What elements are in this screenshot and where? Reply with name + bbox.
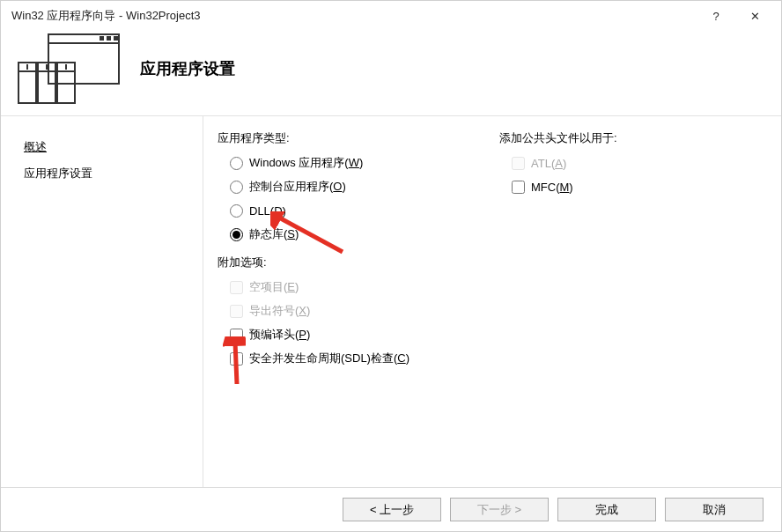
radio-console-app-row: 控制台应用程序(O)	[230, 177, 764, 196]
help-button[interactable]: ?	[697, 7, 735, 25]
extra-options-label: 附加选项:	[218, 255, 764, 270]
radio-windows-app[interactable]	[230, 157, 243, 170]
checkbox-pch-row: 预编译头(P)	[230, 325, 764, 344]
body: 概述 应用程序设置 应用程序类型: Windows 应用程序(W) 控制台应用程…	[1, 115, 781, 487]
checkbox-mfc-label: MFC(M)	[531, 181, 573, 194]
radio-console-app-label: 控制台应用程序(O)	[249, 179, 346, 195]
svg-rect-2	[100, 36, 104, 41]
page-title: 应用程序设置	[140, 58, 235, 79]
checkbox-pch[interactable]	[230, 329, 243, 342]
close-button[interactable]: ✕	[735, 7, 774, 25]
radio-static-lib-row: 静态库(S)	[230, 225, 764, 244]
checkbox-empty-project-label: 空项目(E)	[249, 279, 299, 295]
checkbox-sdl[interactable]	[230, 352, 243, 366]
settings-panel: 应用程序类型: Windows 应用程序(W) 控制台应用程序(O) DLL(D…	[203, 116, 781, 487]
common-headers-group: 添加公共头文件以用于: ATL(A) MFC(M)	[499, 130, 617, 201]
sidebar: 概述 应用程序设置	[1, 116, 203, 487]
sidebar-item-settings[interactable]: 应用程序设置	[24, 160, 188, 187]
checkbox-export-symbols-label: 导出符号(X)	[249, 303, 310, 319]
button-bar: < 上一步 下一步 > 完成 取消	[1, 487, 781, 531]
checkbox-atl-label: ATL(A)	[531, 157, 566, 170]
checkbox-pch-label: 预编译头(P)	[249, 327, 310, 343]
radio-windows-app-row: Windows 应用程序(W)	[230, 153, 764, 173]
header: 应用程序设置	[1, 31, 781, 115]
wizard-icon	[17, 33, 121, 105]
svg-rect-0	[48, 34, 119, 84]
radio-static-lib[interactable]	[230, 228, 243, 241]
radio-static-lib-label: 静态库(S)	[249, 226, 299, 242]
common-headers-label: 添加公共头文件以用于:	[499, 130, 617, 146]
sidebar-item-overview[interactable]: 概述	[24, 134, 188, 160]
checkbox-atl-row: ATL(A)	[512, 153, 617, 173]
window-title: Win32 应用程序向导 - Win32Project3	[11, 8, 697, 24]
titlebar: Win32 应用程序向导 - Win32Project3 ? ✕	[1, 1, 781, 31]
radio-console-app[interactable]	[230, 181, 243, 194]
cancel-button[interactable]: 取消	[665, 498, 764, 521]
checkbox-sdl-row: 安全并发生命周期(SDL)检查(C)	[230, 349, 764, 368]
finish-button[interactable]: 完成	[557, 498, 656, 521]
svg-rect-3	[107, 36, 111, 41]
next-button: 下一步 >	[450, 498, 549, 521]
checkbox-export-symbols	[230, 305, 243, 318]
checkbox-atl	[512, 157, 525, 170]
checkbox-mfc[interactable]	[512, 181, 525, 194]
radio-dll[interactable]	[230, 204, 243, 218]
checkbox-export-symbols-row: 导出符号(X)	[230, 301, 764, 321]
previous-button[interactable]: < 上一步	[343, 498, 441, 521]
checkbox-mfc-row: MFC(M)	[512, 177, 617, 196]
radio-windows-app-label: Windows 应用程序(W)	[249, 155, 363, 171]
checkbox-empty-project-row: 空项目(E)	[230, 277, 764, 297]
wizard-window: Win32 应用程序向导 - Win32Project3 ? ✕ 应用程序设置	[0, 0, 782, 532]
app-type-label: 应用程序类型:	[218, 130, 764, 146]
svg-rect-4	[114, 36, 118, 41]
radio-dll-row: DLL(D)	[230, 201, 764, 220]
checkbox-sdl-label: 安全并发生命周期(SDL)检查(C)	[249, 351, 409, 366]
radio-dll-label: DLL(D)	[249, 204, 286, 218]
checkbox-empty-project	[230, 281, 243, 294]
